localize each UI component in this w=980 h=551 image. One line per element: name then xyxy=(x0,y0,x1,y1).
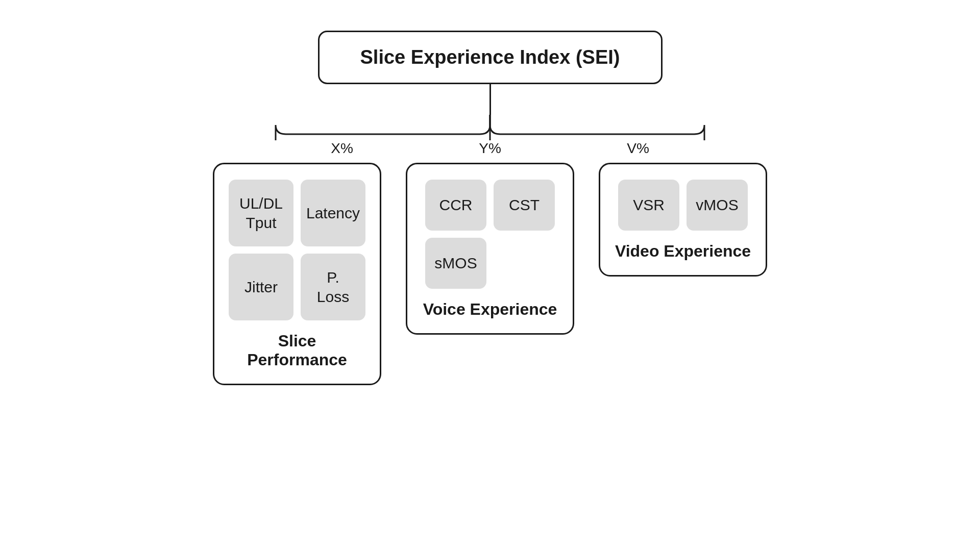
slice-performance-box: UL/DLTput Latency Jitter P. Loss Slice P… xyxy=(213,163,381,385)
percentage-label-x: X% xyxy=(271,140,413,157)
smos-tile: sMOS xyxy=(425,238,486,289)
diagram-container: Slice Experience Index (SEI) X% Y% V% UL… xyxy=(0,0,980,551)
branch-bar xyxy=(271,115,709,140)
latency-tile: Latency xyxy=(301,180,365,246)
jitter-tile: Jitter xyxy=(229,254,293,320)
slice-performance-title: Slice Performance xyxy=(229,332,365,369)
slice-performance-metrics: UL/DLTput Latency Jitter P. Loss xyxy=(229,180,365,320)
percentage-label-y: Y% xyxy=(419,140,561,157)
root-node: Slice Experience Index (SEI) xyxy=(318,31,663,84)
percentage-row: X% Y% V% xyxy=(271,140,709,157)
ccr-tile: CCR xyxy=(425,180,486,231)
vsr-tile: VSR xyxy=(618,180,679,231)
root-connector xyxy=(489,84,491,115)
video-experience-title: Video Experience xyxy=(615,242,751,261)
vmos-tile: vMOS xyxy=(687,180,748,231)
percentage-label-v: V% xyxy=(567,140,709,157)
voice-experience-box: CCR CST sMOS Voice Experience xyxy=(406,163,574,335)
voice-experience-title: Voice Experience xyxy=(423,300,557,319)
video-experience-box: VSR vMOS Video Experience xyxy=(599,163,767,277)
video-experience-metrics: VSR vMOS xyxy=(618,180,748,231)
voice-experience-metrics: CCR CST sMOS xyxy=(425,180,555,289)
cst-tile: CST xyxy=(494,180,555,231)
ul-dl-tput-tile: UL/DLTput xyxy=(229,180,293,246)
columns-row: UL/DLTput Latency Jitter P. Loss Slice P… xyxy=(213,163,767,385)
p-loss-tile: P. Loss xyxy=(301,254,365,320)
